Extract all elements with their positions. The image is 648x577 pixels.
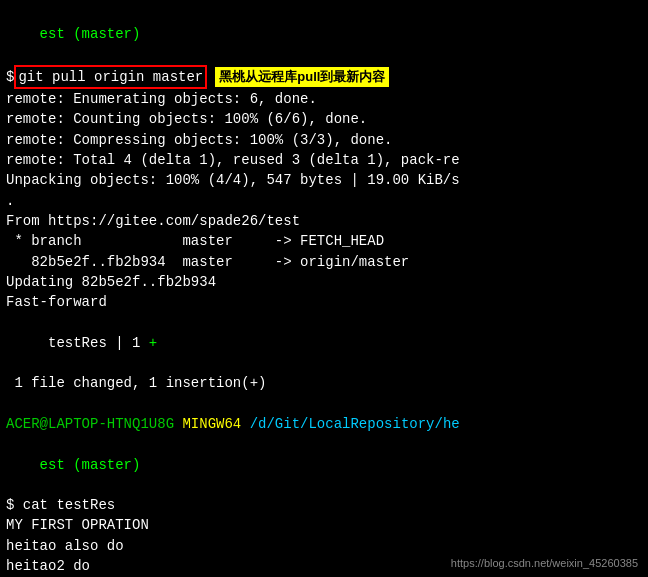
blank-line-1 — [6, 394, 642, 414]
remote-compress: remote: Compressing objects: 100% (3/3),… — [6, 130, 642, 150]
footer-url: https://blog.csdn.net/weixin_45260385 — [451, 557, 638, 569]
unpack-line: Unpacking objects: 100% (4/4), 547 bytes… — [6, 170, 642, 190]
command-line: $ git pull origin master 黑桃从远程库pull到最新内容 — [6, 65, 642, 89]
diff-file: testRes | 1 — [40, 335, 149, 351]
prompt2-title: est (master) — [40, 457, 141, 473]
remote-enum: remote: Enumerating objects: 6, done. — [6, 89, 642, 109]
remote-total: remote: Total 4 (delta 1), reused 3 (del… — [6, 150, 642, 170]
blank-dot: . — [6, 191, 642, 211]
remote-count: remote: Counting objects: 100% (6/6), do… — [6, 109, 642, 129]
my-first-line: MY FIRST OPRATION — [6, 515, 642, 535]
terminal-title-line: est (master) — [6, 4, 642, 65]
git-pull-command: git pull origin master — [14, 65, 207, 89]
prompt2-title-line: est (master) — [6, 434, 642, 495]
heitao-line: heitao also do — [6, 536, 642, 556]
filechanged-line: 1 file changed, 1 insertion(+) — [6, 373, 642, 393]
terminal-window: est (master) $ git pull origin master 黑桃… — [0, 0, 648, 577]
prompt2-line: ACER@LAPTOP-HTNQ1U8G MINGW64 /d/Git/Loca… — [6, 414, 642, 434]
branch-line: * branch master -> FETCH_HEAD — [6, 231, 642, 251]
prompt2-space — [174, 414, 182, 434]
diff-testres: testRes | 1 + — [6, 312, 642, 373]
prompt2-user: ACER@LAPTOP-HTNQ1U8G — [6, 414, 174, 434]
cat-command: $ cat testRes — [6, 495, 642, 515]
prompt2-path: /d/Git/LocalRepository/he — [250, 414, 460, 434]
hash-line: 82b5e2f..fb2b934 master -> origin/master — [6, 252, 642, 272]
fastforward-line: Fast-forward — [6, 292, 642, 312]
prompt-dollar: $ — [6, 67, 14, 87]
updating-line: Updating 82b5e2f..fb2b934 — [6, 272, 642, 292]
from-line: From https://gitee.com/spade26/test — [6, 211, 642, 231]
terminal-title: est (master) — [40, 26, 141, 42]
annotation-pull: 黑桃从远程库pull到最新内容 — [215, 67, 389, 88]
prompt2-mingw: MINGW64 — [182, 414, 241, 434]
diff-add-marker: + — [149, 335, 157, 351]
prompt2-space2 — [241, 414, 249, 434]
